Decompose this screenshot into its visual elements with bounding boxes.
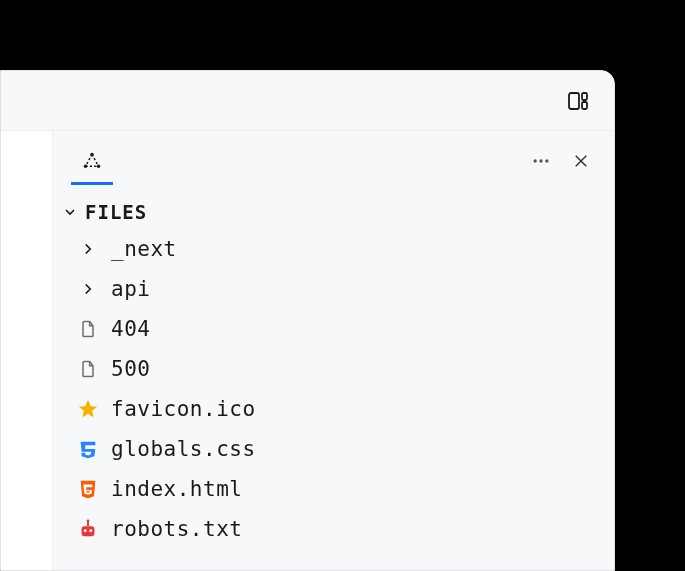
more-actions-button[interactable] bbox=[526, 146, 556, 176]
file-row[interactable]: favicon.ico bbox=[53, 389, 614, 429]
tree-item-label: robots.txt bbox=[111, 517, 242, 541]
svg-point-16 bbox=[84, 529, 87, 532]
left-gutter bbox=[1, 131, 53, 571]
tree-item-label: globals.css bbox=[111, 437, 256, 461]
svg-point-19 bbox=[87, 519, 90, 522]
layout-toggle-button[interactable] bbox=[566, 89, 590, 113]
files-section-header[interactable]: FILES bbox=[53, 191, 614, 229]
svg-point-5 bbox=[97, 164, 100, 167]
svg-rect-0 bbox=[569, 93, 579, 109]
svg-point-10 bbox=[539, 159, 542, 162]
file-row[interactable]: robots.txt bbox=[53, 509, 614, 549]
file-row[interactable]: globals.css bbox=[53, 429, 614, 469]
file-row[interactable]: 500 bbox=[53, 349, 614, 389]
svg-rect-2 bbox=[582, 102, 587, 109]
source-tab[interactable] bbox=[71, 137, 113, 185]
svg-rect-1 bbox=[582, 93, 587, 100]
source-panel: FILES _next api bbox=[0, 70, 615, 571]
file-icon bbox=[77, 318, 99, 340]
layout-columns-icon bbox=[566, 88, 590, 114]
svg-point-9 bbox=[534, 159, 537, 162]
panel-top-bar bbox=[1, 71, 614, 131]
close-panel-button[interactable] bbox=[566, 146, 596, 176]
more-horizontal-icon bbox=[531, 151, 551, 171]
star-icon bbox=[77, 398, 99, 420]
tree-item-label: _next bbox=[111, 237, 177, 261]
files-section-title: FILES bbox=[85, 201, 147, 223]
svg-rect-15 bbox=[82, 526, 95, 536]
css-icon bbox=[77, 438, 99, 460]
html-icon bbox=[77, 478, 99, 500]
tab-bar bbox=[53, 131, 614, 191]
file-icon bbox=[77, 358, 99, 380]
close-icon bbox=[572, 152, 590, 170]
folder-row[interactable]: api bbox=[53, 269, 614, 309]
chevron-right-icon bbox=[77, 278, 99, 300]
svg-marker-14 bbox=[79, 400, 97, 417]
tree-item-label: index.html bbox=[111, 477, 242, 501]
robot-icon bbox=[77, 518, 99, 540]
svg-point-11 bbox=[545, 159, 548, 162]
chevron-down-icon bbox=[61, 203, 79, 221]
tree-item-label: 500 bbox=[111, 357, 150, 381]
tree-item-label: 404 bbox=[111, 317, 150, 341]
folder-row[interactable]: _next bbox=[53, 229, 614, 269]
svg-line-6 bbox=[86, 154, 93, 166]
file-row[interactable]: 404 bbox=[53, 309, 614, 349]
svg-point-17 bbox=[89, 529, 92, 532]
triangle-dots-icon bbox=[79, 149, 105, 175]
file-tree: FILES _next api bbox=[53, 191, 614, 570]
chevron-right-icon bbox=[77, 238, 99, 260]
file-row[interactable]: index.html bbox=[53, 469, 614, 509]
tree-item-label: api bbox=[111, 277, 150, 301]
tree-item-label: favicon.ico bbox=[111, 397, 256, 421]
svg-line-7 bbox=[92, 154, 99, 166]
